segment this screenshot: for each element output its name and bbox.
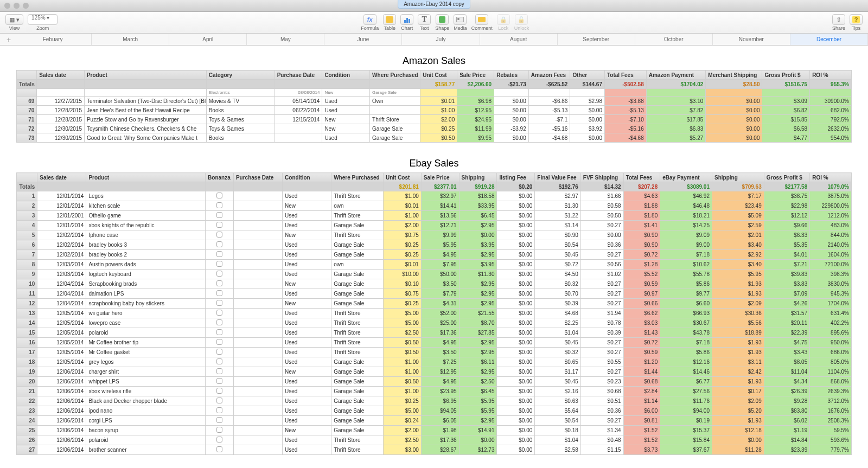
shape-button[interactable] [436,14,449,25]
col-header[interactable]: Rebates [494,70,529,80]
window-controls[interactable] [4,3,29,9]
col-header[interactable]: Unit Cost [383,173,421,182]
bonanza-checkbox[interactable] [216,437,222,443]
table-row[interactable]: 2112/06/2014xbox wireless rifleUsedGarag… [17,387,852,396]
sheet-tab-july[interactable]: July [402,34,480,45]
bonanza-checkbox[interactable] [216,261,222,267]
sheet-tab-june[interactable]: June [324,34,402,45]
col-header[interactable]: ROI % [810,70,852,80]
document-title[interactable]: Amazon-Ebay 2014 copy [398,0,470,9]
table-row[interactable]: 812/03/2014Austin powers dadsUsedown $0.… [17,260,852,270]
col-header[interactable]: ROI % [810,173,852,182]
table-row[interactable]: 1012/04/2014Scrapbooking bradsNewGarage … [17,279,852,289]
table-row[interactable]: 6912/27/2015Terminator Salvation (Two-Di… [17,97,852,106]
bonanza-checkbox[interactable] [216,329,222,335]
table-row[interactable]: 1512/05/2014polaroidUsedThrift Store $2.… [17,328,852,338]
table-row[interactable]: 1112/04/2014dalmation LPSUsedGarage Sale… [17,289,852,299]
table-row[interactable]: Electronics08/08/2014NewGarage Sale [17,89,852,97]
share-button[interactable]: ⇧ [832,14,845,25]
col-header[interactable]: Shipping [712,173,764,182]
bonanza-checkbox[interactable] [216,300,222,306]
table-button[interactable] [383,14,396,25]
tips-button[interactable]: ? [850,14,863,25]
table-row[interactable]: 2612/06/2014polaroidUsedThrift Store $2.… [17,435,852,445]
sheet-tab-november[interactable]: November [713,34,790,45]
min-dot[interactable] [14,3,20,9]
unlock-button[interactable]: 🔓 [515,14,528,25]
ebay-table[interactable]: Sales dateProductBonanzaPurchase DateCon… [16,172,852,455]
sheet-tab-december[interactable]: December [790,34,868,45]
bonanza-checkbox[interactable] [216,241,222,247]
amazon-table[interactable]: Sales dateProductCategoryPurchase DateCo… [16,70,852,143]
table-row[interactable]: 2712/06/2014brother scannerUsedThrift St… [17,445,852,455]
bonanza-checkbox[interactable] [216,446,222,452]
table-row[interactable]: 912/03/2014logitech keyboardUsedGarage S… [17,270,852,279]
bonanza-checkbox[interactable] [216,388,222,394]
close-dot[interactable] [4,3,10,9]
sheet-tab-august[interactable]: August [480,34,558,45]
bonanza-checkbox[interactable] [216,339,222,345]
bonanza-checkbox[interactable] [216,290,222,296]
col-header[interactable]: Product [86,173,206,182]
col-header[interactable]: Sale Price [421,173,459,182]
sheet-tab-october[interactable]: October [635,34,713,45]
totals-row[interactable]: Totals $158.77$2,206.60-$21.73-$625.52$1… [17,80,852,89]
bonanza-checkbox[interactable] [216,398,222,403]
sheet-tab-march[interactable]: March [92,34,169,45]
col-header[interactable]: Amazon Payment [646,70,706,80]
col-header[interactable]: Gross Profit $ [764,173,809,182]
col-header[interactable]: Shipping [459,173,497,182]
col-header[interactable]: Category [206,70,275,80]
bonanza-checkbox[interactable] [216,310,222,316]
bonanza-checkbox[interactable] [216,193,222,198]
col-header[interactable]: listing Fee [497,173,535,182]
col-header[interactable]: Sale Price [457,70,494,80]
bonanza-checkbox[interactable] [216,368,222,374]
col-header[interactable]: Condition [322,70,370,80]
table-row[interactable]: 2312/06/2014ipod nanoUsedGarage Sale $5.… [17,406,852,416]
bonanza-checkbox[interactable] [216,251,222,257]
table-row[interactable]: 2212/06/2014Black and Decker chopper bla… [17,396,852,406]
col-header[interactable]: Final Value Fee [535,173,580,182]
bonanza-checkbox[interactable] [216,271,222,277]
sheet-tab-april[interactable]: April [169,34,247,45]
bonanza-checkbox[interactable] [216,417,222,423]
col-header[interactable]: FVF Shipping [580,173,623,182]
bonanza-checkbox[interactable] [216,358,222,364]
col-header[interactable] [17,173,37,182]
bonanza-checkbox[interactable] [216,427,222,433]
bonanza-checkbox[interactable] [216,280,222,286]
bonanza-checkbox[interactable] [216,212,222,218]
table-row[interactable]: 1412/05/2014lowepro caseUsedThrift Store… [17,318,852,328]
table-row[interactable]: 212/01/2014kitchen scaleNewown $0.01$14.… [17,201,852,211]
col-header[interactable]: Sales date [37,70,85,80]
bonanza-checkbox[interactable] [216,378,222,384]
bonanza-checkbox[interactable] [216,232,222,238]
add-sheet-button[interactable]: + [3,34,14,45]
table-row[interactable]: 1212/04/2014scrapbooking baby boy sticke… [17,299,852,309]
col-header[interactable] [17,70,37,80]
col-header[interactable]: Total Fees [605,70,647,80]
chart-button[interactable] [400,14,413,25]
max-dot[interactable] [23,3,29,9]
table-row[interactable]: 7212/30/2015Toysmith Chinese Checkers, C… [17,124,852,133]
formula-button[interactable]: fx [363,14,376,25]
bonanza-checkbox[interactable] [216,202,222,208]
zoom-select[interactable]: 125% ▾ [28,14,58,25]
col-header[interactable]: Amazon Fees [528,70,570,80]
table-row[interactable]: 712/02/2014bradley books 2UsedGarage Sal… [17,250,852,260]
col-header[interactable]: Sales date [37,173,86,182]
table-row[interactable]: 312/01/2001Othello gameUsedThrift Store … [17,211,852,221]
sheet-tab-may[interactable]: May [247,34,324,45]
table-row[interactable]: 1312/05/2014wii guitar heroUsedThrift St… [17,309,852,318]
table-row[interactable]: 1912/06/2014charger shirtNewGarage Sale … [17,367,852,377]
col-header[interactable]: Unit Cost [420,70,457,80]
bonanza-checkbox[interactable] [216,349,222,355]
bonanza-checkbox[interactable] [216,319,222,325]
view-button[interactable]: ▦ ▾ [5,14,23,25]
col-header[interactable]: Gross Profit $ [762,70,810,80]
bonanza-checkbox[interactable] [216,222,222,228]
col-header[interactable]: Where Purchased [370,70,420,80]
table-row[interactable]: 2412/06/2014corgi LPSUsedGarage Sale $0.… [17,416,852,426]
table-row[interactable]: 412/01/2014xbos knights of the republicU… [17,221,852,230]
